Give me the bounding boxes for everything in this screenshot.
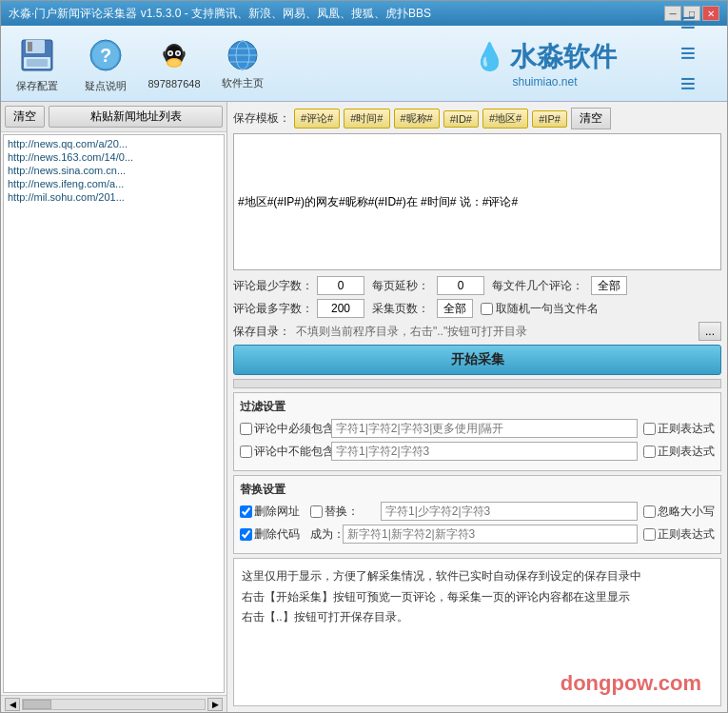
help-label: 疑点说明 [85,79,127,93]
tag-ip-btn[interactable]: #IP# [532,110,567,128]
window-title: 水淼·门户新闻评论采集器 v1.5.3.0 - 支持腾讯、新浪、网易、凤凰、搜狐… [9,6,431,22]
template-clear-btn[interactable]: 清空 [571,108,611,129]
toolbar: 保存配置 ? 疑点说明 [1,26,727,102]
main-content: 清空 粘贴新闻地址列表 http://news.qq.com/a/20... h… [1,102,727,712]
url-item-4[interactable]: http://news.ifeng.com/a... [6,177,222,190]
qq-number-label: 897887648 [148,78,200,89]
browse-button[interactable]: ... [698,322,721,341]
template-input[interactable] [233,133,721,270]
progress-bar [233,379,721,388]
replace-check[interactable]: 替换： [310,504,375,520]
must-contain-regex-checkbox[interactable] [643,423,656,435]
tag-id-btn[interactable]: #ID# [443,110,479,128]
replace-regex-checkbox[interactable] [643,528,656,541]
template-label: 保存模板： [233,110,290,127]
water-drop-icon: 💧 [473,41,506,72]
help-icon: ? [84,33,128,77]
scrollbar-thumb [23,700,51,709]
min-chars-input[interactable] [317,276,364,295]
max-chars-input[interactable] [317,299,364,318]
left-scrollbar[interactable]: ◀ ▶ [1,695,226,712]
must-contain-checkbox[interactable] [240,423,252,435]
globe-icon [224,36,262,74]
delay-input[interactable] [437,276,484,295]
main-window: 水淼·门户新闻评论采集器 v1.5.3.0 - 支持腾讯、新浪、网易、凤凰、搜狐… [0,0,728,713]
random-name-label[interactable]: 取随机一句当文件名 [481,301,599,317]
tag-nickname-btn[interactable]: #昵称# [394,109,440,129]
not-contain-regex[interactable]: 正则表达式 [643,444,715,460]
not-contain-input[interactable] [331,442,638,461]
tag-region-btn[interactable]: #地区# [482,109,528,129]
pages-input[interactable] [437,299,473,318]
homepage-btn[interactable]: 软件主页 [214,36,271,90]
replace-regex-label[interactable]: 正则表达式 [643,526,715,543]
tag-time-btn[interactable]: #时间# [344,109,389,129]
svg-text:?: ? [100,45,111,66]
random-name-checkbox[interactable] [481,303,493,315]
start-collect-button[interactable]: 开始采集 [233,345,721,375]
url-list[interactable]: http://news.qq.com/a/20... http://news.1… [3,134,225,693]
must-contain-row: 评论中必须包含 正则表达式 [240,419,715,438]
template-row: 保存模板： #评论# #时间# #昵称# #ID# #地区# #IP# 清空 [233,108,721,129]
url-item-2[interactable]: http://news.163.com/14/0... [6,150,222,164]
svg-rect-4 [27,59,48,67]
qq-icon [155,38,193,76]
must-contain-input[interactable] [331,419,638,438]
become-label: 成为： [310,526,337,543]
del-code-checkbox[interactable] [240,528,252,541]
save-dir-row: 保存目录： 不填则当前程序目录，右击".."按钮可打开目录 ... [233,322,721,341]
not-contain-row: 评论中不能包含 正则表达式 [240,442,715,461]
homepage-label: 软件主页 [222,76,264,90]
max-chars-row: 评论最多字数： 采集页数： 取随机一句当文件名 [233,299,721,318]
url-item-1[interactable]: http://news.qq.com/a/20... [6,137,222,150]
paste-url-button[interactable]: 粘贴新闻地址列表 [49,106,223,128]
ignore-case-checkbox[interactable] [643,505,656,518]
per-file-input[interactable] [591,276,627,295]
ignore-case-label[interactable]: 忽略大小写 [643,504,715,520]
scrollbar-track[interactable] [22,699,206,710]
replace-title: 替换设置 [240,482,715,498]
url-item-5[interactable]: http://mil.sohu.com/201... [6,190,222,204]
per-file-label: 每文件几个评论： [492,278,583,294]
clear-url-button[interactable]: 清空 [5,106,45,128]
min-chars-label: 评论最少字数： [233,278,309,294]
tag-comment-btn[interactable]: #评论# [294,109,340,129]
delay-label: 每页延秒： [372,278,429,294]
must-contain-check[interactable]: 评论中必须包含 [240,421,325,437]
del-code-check[interactable]: 删除代码 [240,526,305,543]
del-url-checkbox[interactable] [240,505,252,518]
floppy-icon [15,33,59,77]
not-contain-checkbox[interactable] [240,446,252,458]
scroll-right-btn[interactable]: ▶ [207,698,223,711]
min-chars-row: 评论最少字数： 每页延秒： 每文件几个评论： [233,276,721,295]
replace-checkbox-input[interactable] [310,505,323,518]
not-contain-check[interactable]: 评论中不能包含 [240,444,325,460]
not-contain-regex-checkbox[interactable] [643,446,656,458]
become-input[interactable] [343,525,638,544]
replace-section: 替换设置 删除网址 替换： 忽略大小写 [233,475,721,554]
save-config-btn[interactable]: 保存配置 [9,33,66,93]
qq-btn[interactable]: 897887648 [146,38,203,89]
log-area: 这里仅用于显示，方便了解采集情况，软件已实时自动保存到设定的保存目录中 右击【开… [233,558,721,706]
del-url-check[interactable]: 删除网址 [240,504,305,520]
save-config-label: 保存配置 [16,79,58,93]
max-chars-label: 评论最多字数： [233,301,309,317]
must-contain-regex[interactable]: 正则表达式 [643,421,715,437]
svg-rect-2 [28,42,32,51]
left-panel: 清空 粘贴新闻地址列表 http://news.qq.com/a/20... h… [1,102,227,712]
save-dir-hint: 不填则当前程序目录，右击".."按钮可打开目录 [296,324,693,340]
del-url-row: 删除网址 替换： 忽略大小写 [240,502,715,521]
replace-input[interactable] [381,502,638,521]
left-toolbar: 清空 粘贴新闻地址列表 [1,102,226,132]
url-item-3[interactable]: http://news.sina.com.cn... [6,164,222,177]
brand-name: 💧 水淼软件 [473,39,617,75]
settings-section: 评论最少字数： 每页延秒： 每文件几个评论： 评论最多字数： 采集页数： 取随机… [233,276,721,318]
svg-point-13 [177,51,180,54]
svg-point-15 [168,59,180,66]
svg-point-12 [169,51,172,54]
filter-section: 过滤设置 评论中必须包含 正则表达式 评论中不能包含 [233,392,721,471]
scroll-left-btn[interactable]: ◀ [5,698,20,711]
help-btn[interactable]: ? 疑点说明 [77,33,134,93]
brand-area: 💧 水淼软件 shuimiao.net [473,39,617,89]
filter-title: 过滤设置 [240,399,715,415]
